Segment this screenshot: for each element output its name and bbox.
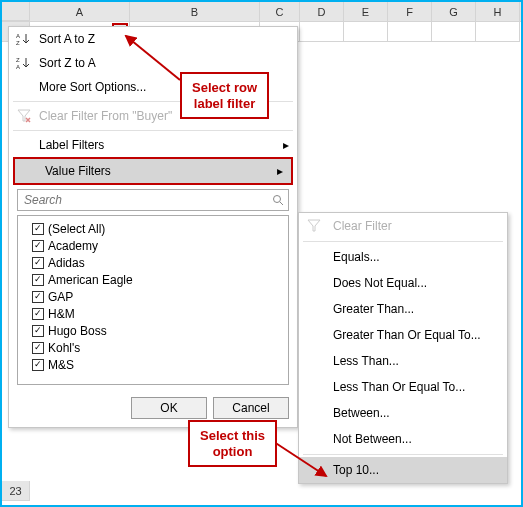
menu-label: Top 10... [333,463,379,477]
check-item[interactable]: M&S [22,356,284,373]
svg-text:A: A [16,64,20,70]
cell-e1[interactable] [344,22,388,42]
col-header-f[interactable]: F [388,2,432,21]
svg-point-4 [274,196,281,203]
col-header-h[interactable]: H [476,2,520,21]
chevron-right-icon: ▸ [283,138,289,152]
cell-h1[interactable] [476,22,520,42]
svg-text:A: A [16,33,20,39]
clear-filter-icon [305,219,323,233]
check-item[interactable]: H&M [22,305,284,322]
check-label: Kohl's [48,341,80,355]
col-header-a[interactable]: A [30,2,130,21]
value-filters[interactable]: Value Filters ▸ [15,159,291,183]
svg-text:Z: Z [16,40,20,46]
checkbox-icon[interactable] [32,359,44,371]
checkbox-icon[interactable] [32,257,44,269]
search-icon [268,194,288,206]
submenu-clear-filter: Clear Filter [299,213,507,239]
checkbox-icon[interactable] [32,291,44,303]
menu-label: Sort Z to A [39,56,96,70]
submenu-less-equal[interactable]: Less Than Or Equal To... [299,374,507,400]
label-filters[interactable]: Label Filters ▸ [9,133,297,157]
submenu-not-equal[interactable]: Does Not Equal... [299,270,507,296]
cell-d1[interactable] [300,22,344,42]
check-item[interactable]: Hugo Boss [22,322,284,339]
clear-filter-icon [15,109,33,123]
menu-label: Sort A to Z [39,32,95,46]
col-header-c[interactable]: C [260,2,300,21]
col-header-e[interactable]: E [344,2,388,21]
check-item[interactable]: Kohl's [22,339,284,356]
menu-label: Value Filters [45,164,111,178]
sort-asc-icon: AZ [15,32,33,46]
checkbox-icon[interactable] [32,223,44,235]
ok-button[interactable]: OK [131,397,207,419]
menu-separator [13,130,293,131]
check-label: Hugo Boss [48,324,107,338]
check-label: (Select All) [48,222,105,236]
menu-label: Clear Filter From "Buyer" [39,109,172,123]
annotation-callout-1: Select row label filter [180,72,269,119]
submenu-greater-equal[interactable]: Greater Than Or Equal To... [299,322,507,348]
check-item[interactable]: GAP [22,288,284,305]
filter-search[interactable] [17,189,289,211]
submenu-equals[interactable]: Equals... [299,244,507,270]
checkbox-icon[interactable] [32,274,44,286]
svg-text:Z: Z [16,57,20,63]
search-input[interactable] [18,193,268,207]
cell-f1[interactable] [388,22,432,42]
menu-label: Label Filters [39,138,104,152]
col-header-g[interactable]: G [432,2,476,21]
submenu-greater-than[interactable]: Greater Than... [299,296,507,322]
menu-label: Equals... [333,250,380,264]
col-header-b[interactable]: B [130,2,260,21]
column-header-row: A B C D E F G H [2,2,521,22]
menu-label: Not Between... [333,432,412,446]
cancel-button[interactable]: Cancel [213,397,289,419]
menu-label: Between... [333,406,390,420]
cell-g1[interactable] [432,22,476,42]
check-label: M&S [48,358,74,372]
check-label: American Eagle [48,273,133,287]
menu-separator [303,241,503,242]
check-label: Academy [48,239,98,253]
checkbox-icon[interactable] [32,308,44,320]
submenu-between[interactable]: Between... [299,400,507,426]
sort-desc-icon: ZA [15,56,33,70]
menu-label: Clear Filter [333,219,392,233]
checkbox-icon[interactable] [32,342,44,354]
check-item[interactable]: Academy [22,237,284,254]
checkbox-icon[interactable] [32,325,44,337]
menu-label: Does Not Equal... [333,276,427,290]
menu-label: Greater Than Or Equal To... [333,328,481,342]
check-item[interactable]: Adidas [22,254,284,271]
check-item[interactable]: American Eagle [22,271,284,288]
check-select-all[interactable]: (Select All) [22,220,284,237]
menu-label: Greater Than... [333,302,414,316]
submenu-less-than[interactable]: Less Than... [299,348,507,374]
filter-checklist[interactable]: (Select All) Academy Adidas American Eag… [17,215,289,385]
check-label: GAP [48,290,73,304]
check-label: H&M [48,307,75,321]
check-label: Adidas [48,256,85,270]
checkbox-icon[interactable] [32,240,44,252]
annotation-callout-2: Select this option [188,420,277,467]
row-header-23[interactable]: 23 [2,481,30,501]
menu-label: Less Than Or Equal To... [333,380,465,394]
col-header-d[interactable]: D [300,2,344,21]
select-all-corner[interactable] [2,2,30,21]
menu-label: Less Than... [333,354,399,368]
chevron-right-icon: ▸ [277,164,283,178]
row-23: 23 [2,481,30,501]
